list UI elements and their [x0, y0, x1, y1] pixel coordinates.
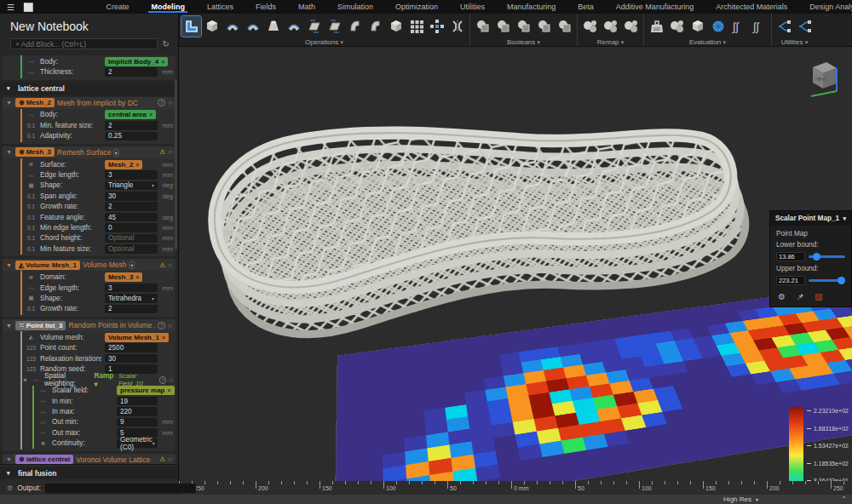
cube-eval-icon[interactable]: [688, 16, 707, 37]
circular-pattern-icon[interactable]: [427, 16, 446, 37]
collapse-panel-icon[interactable]: ⌃: [841, 495, 847, 503]
block-expander-icon[interactable]: ▼: [6, 262, 13, 268]
resolution-dropdown[interactable]: High Res ▾: [723, 495, 758, 503]
tab-optimization[interactable]: Optimization: [384, 1, 449, 13]
block-header[interactable]: ▼⊕Mesh_2Mesh from Implicit by DC ?○: [3, 97, 176, 109]
chip-remove-icon[interactable]: ×: [162, 335, 165, 341]
pin-icon[interactable]: 📌︎: [796, 292, 804, 301]
revolve-icon[interactable]: [325, 16, 344, 37]
gear-icon[interactable]: ○: [169, 376, 173, 384]
toolbar-group-label-remap[interactable]: Remap ▾: [580, 37, 641, 46]
remap-sphere-icon[interactable]: [580, 16, 600, 37]
gear-icon[interactable]: ○: [168, 99, 172, 106]
subblock-header[interactable]: ▼〰Spatial weighting: Ramp ▾Scalar Field_…: [22, 375, 176, 386]
toolbar-group-label-utilities[interactable]: Utilities ▾: [774, 37, 815, 46]
block-expander-icon[interactable]: ▼: [6, 456, 13, 462]
block-header[interactable]: ▼⊕Mesh_3Remesh Surface ▾⚠○: [3, 146, 176, 158]
gear-icon[interactable]: ○: [168, 322, 172, 329]
viewport-3d[interactable]: LEFT 2.23210e+021.88318e+021.53427e+021.…: [179, 47, 852, 481]
shell-icon[interactable]: [222, 16, 242, 37]
view-cube[interactable]: LEFT: [804, 57, 843, 101]
value-dropdown[interactable]: Tetrahedra▾: [105, 294, 158, 303]
refresh-icon[interactable]: ↻: [163, 39, 170, 49]
shell-offset-icon[interactable]: [243, 16, 262, 37]
value-input[interactable]: [105, 67, 158, 77]
tab-additive-manufacturing[interactable]: Additive Manufacturing: [605, 1, 705, 13]
help-icon[interactable]: ?: [159, 376, 166, 384]
tab-modeling[interactable]: Modeling: [140, 1, 196, 13]
value-dropdown[interactable]: Geometric (C0)▾: [117, 438, 158, 448]
value-input[interactable]: [117, 407, 158, 416]
shear-icon[interactable]: [304, 16, 324, 37]
value-chip[interactable]: Mesh_3 ×: [105, 272, 142, 282]
fillet-round-icon[interactable]: [366, 16, 385, 37]
remap-spheres-icon[interactable]: [601, 16, 620, 37]
value-input[interactable]: [105, 170, 158, 180]
section-expander-icon[interactable]: ▾: [7, 85, 14, 92]
boolean-union-icon[interactable]: [473, 16, 492, 37]
warning-icon[interactable]: ⚠: [159, 148, 165, 156]
value-dropdown[interactable]: Triangle▾: [105, 181, 158, 191]
chevron-down-icon[interactable]: ▾: [129, 261, 135, 269]
hamburger-menu-icon[interactable]: ☰: [7, 3, 14, 12]
value-chip[interactable]: Mesh_2 ×: [105, 160, 142, 169]
help-icon[interactable]: ?: [158, 322, 165, 329]
chip-remove-icon[interactable]: ×: [135, 162, 139, 168]
tab-create[interactable]: Create: [95, 1, 140, 13]
value-input[interactable]: [105, 284, 158, 293]
chevron-down-icon[interactable]: ▾: [113, 149, 119, 157]
chip-remove-icon[interactable]: ×: [167, 387, 170, 393]
value-input[interactable]: [117, 418, 158, 427]
mirror-icon[interactable]: [447, 16, 467, 37]
value-input[interactable]: [105, 132, 158, 141]
value-input[interactable]: [105, 223, 158, 232]
mesh-sphere-icon[interactable]: [708, 16, 728, 37]
block-expander-icon[interactable]: ▼: [6, 100, 13, 106]
chip-remove-icon[interactable]: ×: [149, 112, 153, 117]
block-expander-icon[interactable]: ▼: [6, 149, 13, 155]
branch-in-icon[interactable]: [795, 16, 815, 37]
section-final-fusion[interactable]: ▾final fusion: [0, 467, 178, 479]
block-expander-icon[interactable]: ▼: [6, 323, 13, 329]
integral-v-icon[interactable]: ∫∫: [728, 16, 748, 37]
extrude-l-icon[interactable]: [181, 16, 201, 37]
mass-100-icon[interactable]: 100: [647, 16, 666, 37]
value-input[interactable]: [105, 121, 158, 130]
colormap-icon[interactable]: ▨: [815, 292, 822, 301]
toolbar-group-label-booleans[interactable]: Booleans ▾: [473, 37, 574, 46]
toolbar-group-label-operations[interactable]: Operations ▾: [181, 37, 467, 46]
output-input[interactable]: [45, 484, 196, 493]
block-header[interactable]: ▼⁙Point list_3Random Points in Volume ..…: [3, 319, 176, 331]
lower-bound-input[interactable]: [776, 252, 805, 261]
panel-layout-icon[interactable]: ⬜: [23, 3, 33, 12]
gear-icon[interactable]: ○: [168, 455, 172, 463]
section-header-lattice-central[interactable]: ▾lattice central: [0, 83, 178, 95]
value-chip[interactable]: Volume Mesh_1 ×: [105, 333, 169, 342]
boolean-intersect-icon[interactable]: [514, 16, 533, 37]
value-chip[interactable]: central area ×: [105, 110, 156, 119]
integral-s-icon[interactable]: ∫∫: [749, 16, 769, 37]
tab-simulation[interactable]: Simulation: [326, 1, 384, 13]
tab-manufacturing[interactable]: Manufacturing: [496, 1, 567, 13]
upper-bound-slider[interactable]: [809, 279, 845, 282]
value-input[interactable]: [105, 244, 158, 254]
value-input[interactable]: [105, 354, 158, 364]
boolean-trim-icon[interactable]: [534, 16, 554, 37]
value-input[interactable]: [105, 343, 158, 352]
tab-architected-materials[interactable]: Architected Materials: [705, 1, 798, 13]
boolean-subtract-icon[interactable]: [493, 16, 513, 37]
value-input[interactable]: [105, 234, 158, 243]
block-header[interactable]: ▼◭Volume Mesh_1Volume Mesh ▾⚠○: [3, 259, 176, 271]
sidebar-scrollbar[interactable]: [175, 79, 177, 249]
fillet-icon[interactable]: [345, 16, 365, 37]
remap-xyz-sphere-icon[interactable]: [621, 16, 641, 37]
branch-out-icon[interactable]: [774, 16, 794, 37]
cube-push-icon[interactable]: [202, 16, 222, 37]
mass-sphere-icon[interactable]: [667, 16, 687, 37]
subblock-expander-icon[interactable]: ▼: [22, 377, 28, 383]
tab-fields[interactable]: Fields: [245, 1, 287, 13]
tab-design-analysis[interactable]: Design Analysis: [798, 1, 852, 13]
subblock-value[interactable]: Ramp ▾: [95, 372, 116, 388]
value-input[interactable]: [105, 192, 158, 201]
value-chip[interactable]: Implicit Body_4 ×: [105, 57, 168, 66]
